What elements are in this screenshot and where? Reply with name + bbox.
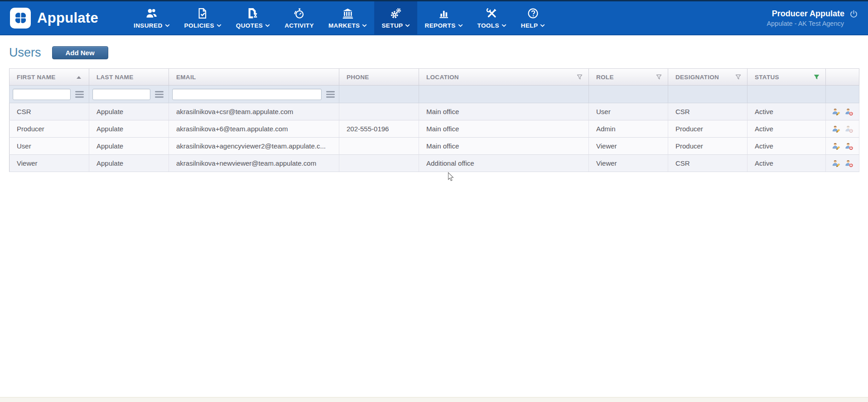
cell-location: Main office xyxy=(419,103,589,120)
edit-user-icon[interactable] xyxy=(832,159,840,168)
cell-email: akrasilnikova+6@team.appulate.com xyxy=(169,120,339,138)
sort-ascending-icon xyxy=(77,76,81,79)
nav-item-tools[interactable]: TOOLS xyxy=(470,1,514,34)
deactivate-user-icon[interactable] xyxy=(845,159,854,168)
nav-item-activity[interactable]: ACTIVITY xyxy=(277,1,321,34)
main-content: Users Add New FIRST NAME LAST NAME EMAIL… xyxy=(0,35,868,172)
cell-designation: Producer xyxy=(668,138,747,155)
nav-item-quotes[interactable]: QUOTES xyxy=(229,1,277,34)
document-hourglass-icon xyxy=(247,7,259,19)
funnel-filter-icon[interactable] xyxy=(656,74,662,81)
funnel-filter-icon[interactable] xyxy=(735,74,742,81)
deactivate-user-icon-disabled xyxy=(845,125,854,133)
nav-item-markets[interactable]: MARKETS xyxy=(321,1,375,34)
nav-item-policies[interactable]: POLICIES xyxy=(177,1,229,34)
power-icon xyxy=(849,10,858,18)
cell-phone xyxy=(339,155,419,172)
edit-user-icon[interactable] xyxy=(832,142,840,150)
cell-role: Viewer xyxy=(589,155,668,172)
nav-label: SETUP xyxy=(381,22,403,29)
deactivate-user-icon[interactable] xyxy=(845,142,854,150)
table-row[interactable]: Producer Appulate akrasilnikova+6@team.a… xyxy=(10,120,859,138)
table-row[interactable]: User Appulate akrasilnikova+agencyviewer… xyxy=(10,138,859,155)
nav-label: TOOLS xyxy=(477,22,499,29)
document-check-icon xyxy=(197,7,209,19)
nav-label: MARKETS xyxy=(328,22,360,29)
funnel-filter-icon[interactable] xyxy=(576,74,583,81)
chevron-down-icon xyxy=(502,24,506,27)
cell-status: Active xyxy=(747,103,826,120)
column-header-first-name[interactable]: FIRST NAME xyxy=(10,69,89,86)
nav-label: ACTIVITY xyxy=(285,22,314,29)
nav-item-insured[interactable]: INSURED xyxy=(126,1,177,34)
column-header-location[interactable]: LOCATION xyxy=(419,69,589,86)
page-title: Users xyxy=(9,46,41,60)
column-header-actions xyxy=(826,69,859,86)
appulate-logo[interactable]: Appulate xyxy=(10,1,98,34)
edit-user-icon[interactable] xyxy=(832,125,840,133)
nav-label: QUOTES xyxy=(236,22,263,29)
filter-menu-icon[interactable] xyxy=(154,91,164,98)
current-user-name: Producer Appulate xyxy=(772,9,844,19)
deactivate-user-icon[interactable] xyxy=(845,108,854,116)
cell-phone: 202-555-0196 xyxy=(339,120,419,138)
cell-designation: CSR xyxy=(668,155,747,172)
cell-last-name: Appulate xyxy=(89,138,169,155)
last-name-filter-input[interactable] xyxy=(92,89,150,100)
cell-designation: Producer xyxy=(668,120,747,138)
nav-label: HELP xyxy=(521,22,538,29)
chevron-down-icon xyxy=(265,24,270,27)
cell-last-name: Appulate xyxy=(89,103,169,120)
chevron-down-icon xyxy=(217,24,222,27)
cell-email: akrasilnikova+newviewer@team.appulate.co… xyxy=(169,155,339,172)
table-row[interactable]: CSR Appulate akrasilnikova+csr@team.appu… xyxy=(10,103,859,120)
cell-last-name: Appulate xyxy=(89,120,169,138)
horizontal-scrollbar[interactable] xyxy=(0,397,868,402)
brand-name: Appulate xyxy=(37,10,98,26)
column-header-email[interactable]: EMAIL xyxy=(169,69,339,86)
table-header-row: FIRST NAME LAST NAME EMAIL PHONE LOCATIO… xyxy=(10,69,859,86)
cell-role: Admin xyxy=(589,120,668,138)
mouse-cursor xyxy=(448,172,455,182)
column-header-status[interactable]: STATUS xyxy=(747,69,826,86)
email-filter-input[interactable] xyxy=(172,89,322,100)
clover-icon xyxy=(14,11,28,25)
cell-email: akrasilnikova+csr@team.appulate.com xyxy=(169,103,339,120)
filter-menu-icon[interactable] xyxy=(75,91,84,98)
edit-user-icon[interactable] xyxy=(832,108,840,116)
cell-last-name: Appulate xyxy=(89,155,169,172)
chevron-down-icon xyxy=(362,24,367,27)
help-icon xyxy=(527,7,539,19)
table-row[interactable]: Viewer Appulate akrasilnikova+newviewer@… xyxy=(10,155,859,172)
filter-menu-icon[interactable] xyxy=(326,91,335,98)
bank-icon xyxy=(342,7,354,19)
nav-label: REPORTS xyxy=(424,22,455,29)
table-filter-row xyxy=(10,86,859,103)
column-header-designation[interactable]: DESIGNATION xyxy=(668,69,747,86)
logout-button[interactable] xyxy=(849,10,858,18)
first-name-filter-input[interactable] xyxy=(13,89,71,100)
chevron-down-icon xyxy=(458,24,463,27)
nav-item-help[interactable]: HELP xyxy=(514,1,553,34)
column-header-phone[interactable]: PHONE xyxy=(339,69,419,86)
nav-item-reports[interactable]: REPORTS xyxy=(417,1,470,34)
row-actions xyxy=(826,120,859,138)
add-new-button[interactable]: Add New xyxy=(52,46,108,59)
cell-designation: CSR xyxy=(668,103,747,120)
top-nav-bar: Appulate INSURED POLICIES QUOTES ACTIVIT… xyxy=(0,0,868,35)
cell-status: Active xyxy=(747,120,826,138)
main-nav: INSURED POLICIES QUOTES ACTIVITY MARKETS… xyxy=(126,1,552,34)
people-icon xyxy=(145,7,158,19)
funnel-filter-active-icon[interactable] xyxy=(813,74,820,81)
cell-role: User xyxy=(589,103,668,120)
cell-first-name: CSR xyxy=(10,103,89,120)
column-header-last-name[interactable]: LAST NAME xyxy=(89,69,169,86)
column-header-role[interactable]: ROLE xyxy=(589,69,668,86)
chevron-down-icon xyxy=(405,24,410,27)
chevron-down-icon xyxy=(165,24,170,27)
cell-email: akrasilnikova+agencyviewer2@team.appulat… xyxy=(169,138,339,155)
chevron-down-icon xyxy=(540,24,545,27)
nav-item-setup[interactable]: SETUP xyxy=(374,1,417,34)
row-actions xyxy=(826,103,859,120)
cell-status: Active xyxy=(747,155,826,172)
